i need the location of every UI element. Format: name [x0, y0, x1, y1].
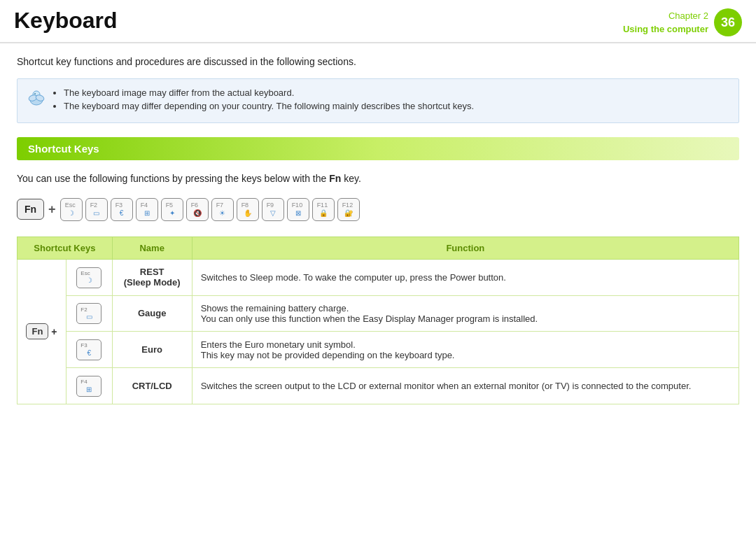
- key-f5: F5 ✦: [161, 198, 183, 221]
- function-cell-crtlcd: Switches the screen output to the LCD or…: [192, 368, 738, 404]
- key-f8: F8 ✋: [237, 198, 259, 221]
- note-list: The keyboard image may differ from the a…: [52, 87, 727, 111]
- table-row: Fn + Esc ☽ REST(Sleep Mode) Switches to …: [18, 259, 739, 295]
- key-row: Fn + Esc ☽ F2 ▭ F3 € F4 ⊞ F5 ✦ F6 🔇 F7: [17, 198, 739, 221]
- tbl-key-f2: F2 ▭: [76, 303, 102, 324]
- col-header-shortcut-keys: Shortcut Keys: [18, 237, 113, 259]
- key-cell-f4: F4 ⊞: [66, 368, 113, 404]
- name-cell-rest: REST(Sleep Mode): [112, 259, 192, 295]
- key-f2: F2 ▭: [85, 198, 108, 221]
- name-cell-euro: Euro: [112, 332, 192, 368]
- function-cell-gauge: Shows the remaining battery charge.You c…: [192, 295, 738, 332]
- chapter-badge: 36: [714, 8, 742, 36]
- table-row: F3 € Euro Enters the Euro monetary unit …: [18, 332, 739, 368]
- key-f6: F6 🔇: [186, 198, 209, 221]
- plus-icon: +: [48, 202, 56, 217]
- section-header: Shortcut Keys: [17, 137, 739, 160]
- key-f9: F9 ▽: [262, 198, 284, 221]
- function-cell-euro: Enters the Euro monetary unit symbol.Thi…: [192, 332, 738, 368]
- key-f4: F4 ⊞: [136, 198, 158, 221]
- chapter-label: Chapter 2: [623, 9, 708, 23]
- note-item: The keyboard may differ depending on you…: [64, 101, 727, 111]
- note-icon: [26, 87, 47, 108]
- plus-sign-table: +: [51, 326, 57, 337]
- intro-text: Shortcut key functions and procedures ar…: [17, 56, 739, 67]
- chapter-text: Chapter 2 Using the computer: [623, 9, 708, 36]
- fn-key-table: Fn: [26, 323, 48, 339]
- fn-desc-before: You can use the following functions by p…: [17, 173, 329, 184]
- name-cell-crtlcd: CRT/LCD: [112, 368, 192, 404]
- section-header-title: Shortcut Keys: [28, 143, 99, 155]
- name-cell-gauge: Gauge: [112, 295, 192, 332]
- col-header-function: Function: [192, 237, 738, 259]
- table-header-row: Shortcut Keys Name Function: [18, 237, 739, 259]
- table-row: F4 ⊞ CRT/LCD Switches the screen output …: [18, 368, 739, 404]
- key-f10: F10 ⊠: [287, 198, 309, 221]
- page-title: Keyboard: [14, 8, 118, 33]
- key-cell-esc: Esc ☽: [66, 259, 113, 295]
- fn-key-inline: Fn: [329, 173, 341, 184]
- note-item: The keyboard image may differ from the a…: [64, 87, 727, 98]
- key-esc: Esc ☽: [60, 198, 83, 221]
- fn-key-box: Fn: [17, 199, 44, 220]
- key-f3: F3 €: [111, 198, 133, 221]
- tbl-key-f3: F3 €: [76, 339, 102, 360]
- main-content: Shortcut key functions and procedures ar…: [0, 43, 756, 417]
- key-f11: F11 🔒: [312, 198, 335, 221]
- tbl-key-esc: Esc ☽: [76, 267, 102, 288]
- chapter-sub: Using the computer: [623, 22, 708, 36]
- svg-point-4: [34, 93, 36, 94]
- fn-description: You can use the following functions by p…: [17, 173, 739, 184]
- tbl-key-f4: F4 ⊞: [76, 376, 102, 397]
- shortcut-table: Shortcut Keys Name Function Fn + Esc ☽: [17, 237, 739, 404]
- function-cell-rest: Switches to Sleep mode. To wake the comp…: [192, 259, 738, 295]
- key-f12: F12 🔐: [337, 198, 360, 221]
- key-cell-f3: F3 €: [66, 332, 113, 368]
- fn-desc-after: key.: [341, 173, 361, 184]
- fn-col-cell: Fn +: [18, 259, 66, 404]
- chapter-info: Chapter 2 Using the computer 36: [623, 8, 742, 36]
- key-f7: F7 ☀: [211, 198, 234, 221]
- key-cell-f2: F2 ▭: [66, 295, 113, 332]
- note-box: The keyboard image may differ from the a…: [17, 78, 739, 123]
- table-row: F2 ▭ Gauge Shows the remaining battery c…: [18, 295, 739, 332]
- page-header: Keyboard Chapter 2 Using the computer 36: [0, 0, 756, 43]
- col-header-name: Name: [112, 237, 192, 259]
